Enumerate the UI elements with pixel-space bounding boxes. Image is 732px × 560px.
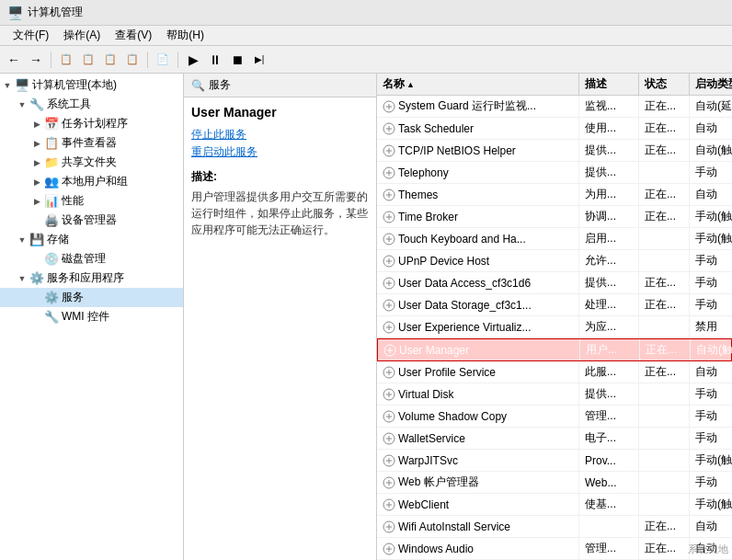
col-startup-label: 启动类型 xyxy=(695,76,732,92)
pause-button[interactable]: ⏸ xyxy=(205,50,225,70)
list-row[interactable]: Telephony提供...手动网 xyxy=(377,162,732,184)
tree-item-performance[interactable]: ▶ 📊 性能 xyxy=(0,191,183,211)
row-name: User Experience Virtualiz... xyxy=(398,321,532,334)
tree-item-disk[interactable]: 💿 磁盘管理 xyxy=(0,249,183,269)
service-row-icon xyxy=(383,277,395,290)
list-row[interactable]: Time Broker协调...正在...手动(触发...本 xyxy=(377,206,732,228)
list-row[interactable]: Volume Shadow Copy管理...手动本 xyxy=(377,406,732,428)
forward-button[interactable]: → xyxy=(26,50,46,70)
list-row[interactable]: User Manager用户...正在...自动(触发...本 xyxy=(377,338,732,361)
play-button[interactable]: ▶ xyxy=(183,50,203,70)
menu-item-h[interactable]: 帮助(H) xyxy=(161,26,210,45)
toolbar-btn-1[interactable]: 📋 xyxy=(56,50,76,70)
list-row[interactable]: System Guard 运行时监视...监视...正在...自动(延迟...本 xyxy=(377,96,732,118)
back-button[interactable]: ← xyxy=(4,50,24,70)
row-startup: 自动 xyxy=(695,187,717,202)
row-status: 正在... xyxy=(646,342,677,358)
performance-icon: 📊 xyxy=(44,194,59,209)
tree-expander-root[interactable]: ▼ xyxy=(0,78,15,93)
services-panel: 🔍 服务 User Manager 停止此服务 重启动此服务 描述: 用户管理器… xyxy=(184,74,377,560)
tree-label-scheduler: 任务计划程序 xyxy=(62,116,128,131)
toolbar-sep-1 xyxy=(51,51,51,68)
row-desc: 使基... xyxy=(585,497,616,512)
tree-item-scheduler[interactable]: ▶ 📅 任务计划程序 xyxy=(0,114,183,133)
tree-panel: ▼ 🖥️ 计算机管理(本地) ▼ 🔧 系统工具 ▶ 📅 任务计划程序 ▶ 📋 事… xyxy=(0,74,184,560)
tree-item-root[interactable]: ▼ 🖥️ 计算机管理(本地) xyxy=(0,75,183,95)
list-row[interactable]: Task Scheduler使用...正在...自动本 xyxy=(377,118,732,140)
service-row-icon xyxy=(383,255,395,268)
menu-item-v[interactable]: 查看(V) xyxy=(109,26,157,45)
tree-item-wmi[interactable]: 🔧 WMI 控件 xyxy=(0,307,183,326)
row-startup: 自动 xyxy=(695,120,717,136)
list-row[interactable]: TCP/IP NetBIOS Helper提供...正在...自动(触发...本 xyxy=(377,140,732,162)
tree-item-device[interactable]: 🖨️ 设备管理器 xyxy=(0,211,183,230)
step-button[interactable]: ▶| xyxy=(249,50,269,70)
row-name: Volume Shadow Copy xyxy=(398,410,507,423)
tree-expander-perf[interactable]: ▶ xyxy=(29,194,44,209)
tree-item-storage[interactable]: ▼ 💾 存储 xyxy=(0,230,183,249)
tree-expander-storage[interactable]: ▼ xyxy=(15,233,29,247)
services-apps-icon: ⚙️ xyxy=(29,271,44,286)
tree-expander-shared[interactable]: ▶ xyxy=(29,155,44,170)
tree-expander-sys[interactable]: ▼ xyxy=(15,97,29,112)
list-row[interactable]: Windows Audio管理...正在...自动本 xyxy=(377,538,732,560)
tree-expander-scheduler[interactable]: ▶ xyxy=(29,117,44,131)
service-row-icon xyxy=(383,432,395,445)
users-icon: 👥 xyxy=(44,175,59,189)
tree-item-local-users[interactable]: ▶ 👥 本地用户和组 xyxy=(0,172,183,191)
tree-item-sys-tools[interactable]: ▼ 🔧 系统工具 xyxy=(0,95,183,114)
col-desc[interactable]: 描述 xyxy=(579,74,639,95)
tree-item-services[interactable]: ⚙️ 服务 xyxy=(0,288,183,307)
row-startup: 手动 xyxy=(695,474,717,490)
toolbar-btn-3[interactable]: 📋 xyxy=(100,50,120,70)
list-row[interactable]: User Data Storage_cf3c1...处理...正在...手动本 xyxy=(377,294,732,316)
stop-button[interactable]: ⏹ xyxy=(227,50,247,70)
tree-expander-users[interactable]: ▶ xyxy=(29,175,44,189)
tree-item-event-viewer[interactable]: ▶ 📋 事件查看器 xyxy=(0,133,183,153)
row-status: 正在... xyxy=(645,297,676,313)
list-row[interactable]: WarpJITSvcProv...手动(触发...本 xyxy=(377,450,732,472)
row-desc: Web... xyxy=(585,476,616,489)
list-row[interactable]: User Data Access_cf3c1d6提供...正在...手动本 xyxy=(377,272,732,294)
row-status: 正在... xyxy=(645,275,676,291)
toolbar-btn-5[interactable]: 📄 xyxy=(153,50,173,70)
tree-expander-event[interactable]: ▶ xyxy=(29,136,44,151)
row-startup: 禁用 xyxy=(695,319,717,335)
list-row[interactable]: WebClient使基...手动(触发...本 xyxy=(377,494,732,516)
list-row[interactable]: User Profile Service此服...正在...自动本 xyxy=(377,361,732,383)
tree-expander-wmi xyxy=(29,310,44,325)
stop-service-link[interactable]: 停止此服务 xyxy=(191,127,369,143)
event-icon: 📋 xyxy=(44,136,59,151)
menu-item-f[interactable]: 文件(F) xyxy=(7,26,54,45)
list-header: 名称 ▲ 描述 状态 启动类型 登▲ xyxy=(377,74,732,96)
menu-item-a[interactable]: 操作(A) xyxy=(58,26,106,45)
search-icon: 🔍 xyxy=(191,79,205,92)
list-body: System Guard 运行时监视...监视...正在...自动(延迟...本… xyxy=(377,96,732,560)
toolbar-btn-4[interactable]: 📋 xyxy=(122,50,143,70)
list-row[interactable]: Touch Keyboard and Ha...启用...手动(触发...本 xyxy=(377,228,732,250)
col-name[interactable]: 名称 ▲ xyxy=(377,74,579,95)
restart-service-link[interactable]: 重启动此服务 xyxy=(191,144,369,160)
row-desc: 启用... xyxy=(585,231,616,246)
tree-label-svc-apps: 服务和应用程序 xyxy=(47,270,124,286)
list-row[interactable]: UPnP Device Host允许...手动本 xyxy=(377,250,732,272)
col-startup[interactable]: 启动类型 xyxy=(690,74,732,95)
list-row[interactable]: User Experience Virtualiz...为应...禁用本 xyxy=(377,316,732,338)
tree-item-shared[interactable]: ▶ 📁 共享文件夹 xyxy=(0,153,183,172)
list-row[interactable]: Wifi AutoInstall Service正在...自动本 xyxy=(377,516,732,538)
disk-icon: 💿 xyxy=(44,252,59,267)
list-row[interactable]: WalletService电子...手动本 xyxy=(377,428,732,450)
row-desc: 使用... xyxy=(585,120,616,136)
row-name: User Manager xyxy=(399,344,469,357)
toolbar-btn-2[interactable]: 📋 xyxy=(78,50,98,70)
tree-expander-svc-apps[interactable]: ▼ xyxy=(15,271,29,286)
list-row[interactable]: Web 帐户管理器Web...手动本 xyxy=(377,472,732,494)
list-row[interactable]: Themes为用...正在...自动本 xyxy=(377,184,732,206)
list-row[interactable]: Virtual Disk提供...手动本 xyxy=(377,383,732,406)
row-name: WarpJITSvc xyxy=(398,454,458,467)
col-status[interactable]: 状态 xyxy=(639,74,690,95)
row-desc: 为应... xyxy=(585,319,616,335)
tree-label-svc: 服务 xyxy=(62,290,84,305)
services-content: User Manager 停止此服务 重启动此服务 描述: 用户管理器提供多用户… xyxy=(184,97,376,560)
tree-item-services-apps[interactable]: ▼ ⚙️ 服务和应用程序 xyxy=(0,269,183,288)
